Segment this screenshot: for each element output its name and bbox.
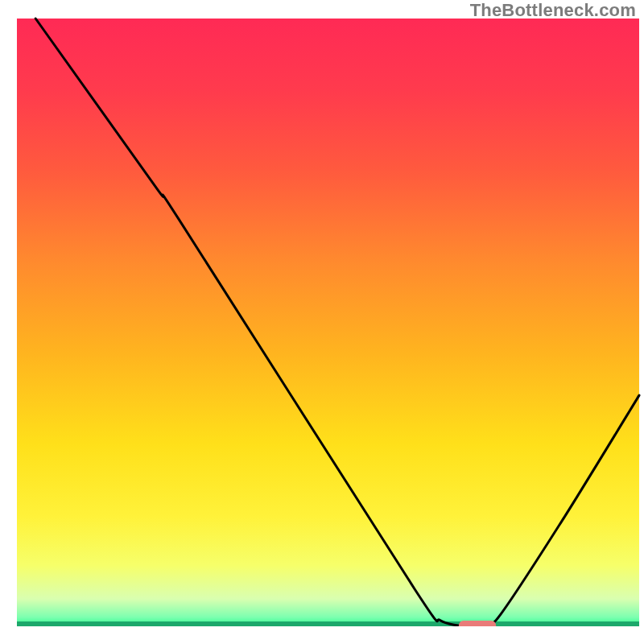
plot-background xyxy=(17,19,639,626)
baseline-band xyxy=(17,621,639,626)
frame-bottom xyxy=(0,626,644,644)
frame-left xyxy=(0,0,17,644)
chart-canvas: TheBottleneck.com xyxy=(0,0,644,644)
bottleneck-chart-svg xyxy=(0,0,644,644)
watermark-text: TheBottleneck.com xyxy=(470,0,636,21)
